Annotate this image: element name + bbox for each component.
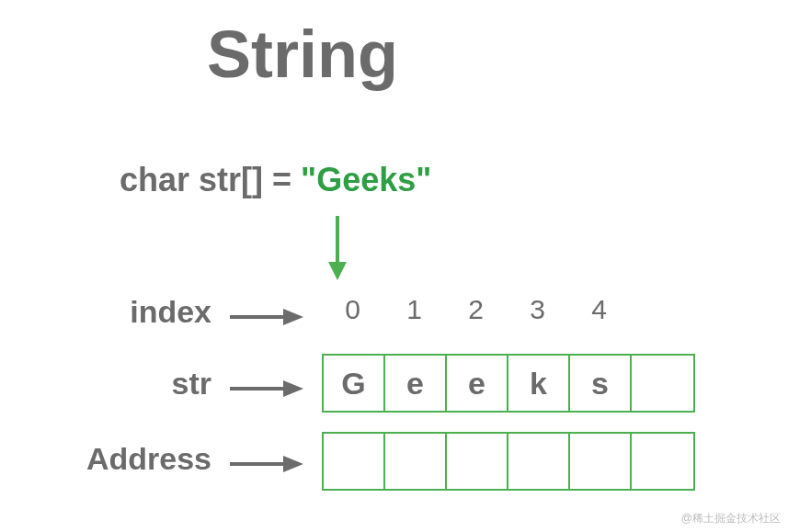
svg-marker-7 <box>283 456 303 472</box>
address-cell <box>324 434 385 489</box>
char-cell: e <box>385 356 447 411</box>
arrow-right-icon <box>230 303 303 331</box>
svg-marker-1 <box>328 262 347 280</box>
string-array-row: G e e k s <box>322 354 695 413</box>
char-cell: k <box>508 356 570 411</box>
arrow-right-icon <box>230 375 303 402</box>
char-cell: s <box>570 356 632 411</box>
address-cell <box>508 434 570 489</box>
svg-marker-3 <box>283 309 303 325</box>
char-cell: e <box>447 356 508 411</box>
index-cell: 0 <box>322 294 383 325</box>
address-cell <box>632 434 693 489</box>
index-cell: 3 <box>507 294 568 325</box>
address-array-row <box>322 432 695 491</box>
declaration-line: char str[] = "Geeks" <box>120 161 431 199</box>
index-cell: 2 <box>445 294 507 325</box>
declaration-literal: "Geeks" <box>301 161 431 198</box>
address-cell <box>385 434 447 489</box>
svg-marker-5 <box>283 380 303 397</box>
arrow-down-icon <box>324 216 351 280</box>
label-address: Address <box>60 441 211 477</box>
index-cell: 1 <box>383 294 445 325</box>
index-cell: 4 <box>568 294 630 325</box>
watermark-text: @稀土掘金技术社区 <box>681 511 781 526</box>
index-cell <box>630 294 691 325</box>
char-cell: G <box>324 356 385 411</box>
address-cell <box>447 434 508 489</box>
label-str: str <box>156 366 211 402</box>
declaration-prefix: char str[] = <box>120 161 301 198</box>
index-row: 0 1 2 3 4 <box>322 294 691 325</box>
address-cell <box>570 434 632 489</box>
label-index: index <box>110 294 211 330</box>
arrow-right-icon <box>230 450 303 478</box>
char-cell <box>632 356 693 411</box>
diagram-title: String <box>207 17 398 92</box>
